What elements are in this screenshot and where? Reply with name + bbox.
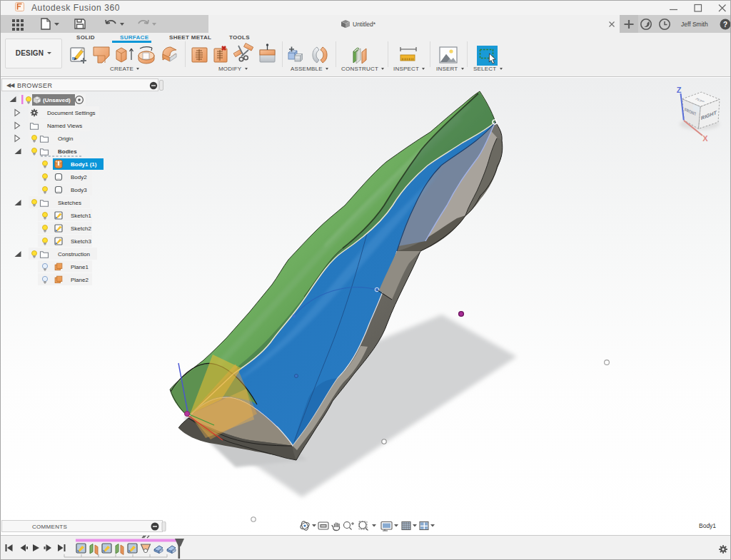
svg-text:?: ?: [723, 21, 727, 29]
svg-text:Z: Z: [677, 86, 682, 94]
svg-text:X: X: [702, 134, 708, 143]
